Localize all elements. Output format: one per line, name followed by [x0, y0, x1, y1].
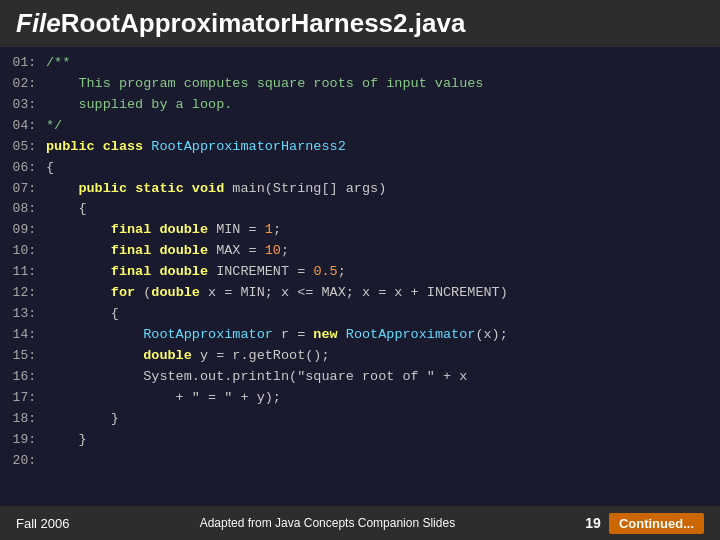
- code-line-01: 01: /**: [0, 53, 720, 74]
- line-num-10: 10:: [8, 241, 46, 261]
- line-content-12: for (double x = MIN; x <= MAX; x = x + I…: [46, 283, 508, 304]
- line-num-19: 19:: [8, 430, 46, 450]
- footer-attribution: Adapted from Java Concepts Companion Sli…: [69, 516, 585, 530]
- line-content-07: public static void main(String[] args): [46, 179, 386, 200]
- line-num-14: 14:: [8, 325, 46, 345]
- line-content-02: This program computes square roots of in…: [46, 74, 483, 95]
- line-num-04: 04:: [8, 116, 46, 136]
- line-num-03: 03:: [8, 95, 46, 115]
- line-num-08: 08:: [8, 199, 46, 219]
- code-line-15: 15: double y = r.getRoot();: [0, 346, 720, 367]
- code-line-09: 09: final double MIN = 1;: [0, 220, 720, 241]
- code-line-04: 04: */: [0, 116, 720, 137]
- line-content-13: {: [46, 304, 119, 325]
- code-line-02: 02: This program computes square roots o…: [0, 74, 720, 95]
- line-content-01: /**: [46, 53, 70, 74]
- title-bar: File RootApproximatorHarness2.java: [0, 0, 720, 47]
- code-line-13: 13: {: [0, 304, 720, 325]
- line-content-05: public class RootApproximatorHarness2: [46, 137, 346, 158]
- code-area: 01: /** 02: This program computes square…: [0, 47, 720, 477]
- title-filename: RootApproximatorHarness2.java: [61, 8, 466, 39]
- code-line-17: 17: + " = " + y);: [0, 388, 720, 409]
- line-num-11: 11:: [8, 262, 46, 282]
- line-content-17: + " = " + y);: [46, 388, 281, 409]
- line-num-13: 13:: [8, 304, 46, 324]
- code-line-11: 11: final double INCREMENT = 0.5;: [0, 262, 720, 283]
- line-content-15: double y = r.getRoot();: [46, 346, 330, 367]
- code-line-14: 14: RootApproximator r = new RootApproxi…: [0, 325, 720, 346]
- line-content-06: {: [46, 158, 54, 179]
- line-num-06: 06:: [8, 158, 46, 178]
- code-line-03: 03: supplied by a loop.: [0, 95, 720, 116]
- line-content-16: System.out.println("square root of " + x: [46, 367, 467, 388]
- line-num-12: 12:: [8, 283, 46, 303]
- line-num-09: 09:: [8, 220, 46, 240]
- line-content-10: final double MAX = 10;: [46, 241, 289, 262]
- line-content-14: RootApproximator r = new RootApproximato…: [46, 325, 508, 346]
- line-content-09: final double MIN = 1;: [46, 220, 281, 241]
- code-line-16: 16: System.out.println("square root of "…: [0, 367, 720, 388]
- line-num-15: 15:: [8, 346, 46, 366]
- line-num-07: 07:: [8, 179, 46, 199]
- line-num-18: 18:: [8, 409, 46, 429]
- line-num-16: 16:: [8, 367, 46, 387]
- title-file-label: File: [16, 8, 61, 39]
- footer-page-number: 19: [585, 515, 601, 531]
- code-line-20: 20:: [0, 451, 720, 471]
- footer-continued-button: Continued...: [609, 513, 704, 534]
- line-num-20: 20:: [8, 451, 46, 471]
- line-content-04: */: [46, 116, 62, 137]
- line-num-05: 05:: [8, 137, 46, 157]
- line-content-08: {: [46, 199, 87, 220]
- line-content-18: }: [46, 409, 119, 430]
- line-content-11: final double INCREMENT = 0.5;: [46, 262, 346, 283]
- footer: Fall 2006 Adapted from Java Concepts Com…: [0, 506, 720, 540]
- line-content-03: supplied by a loop.: [46, 95, 232, 116]
- line-num-17: 17:: [8, 388, 46, 408]
- code-line-10: 10: final double MAX = 10;: [0, 241, 720, 262]
- line-num-01: 01:: [8, 53, 46, 73]
- code-line-18: 18: }: [0, 409, 720, 430]
- code-line-19: 19: }: [0, 430, 720, 451]
- code-line-07: 07: public static void main(String[] arg…: [0, 179, 720, 200]
- line-num-02: 02:: [8, 74, 46, 94]
- code-line-06: 06: {: [0, 158, 720, 179]
- code-line-05: 05: public class RootApproximatorHarness…: [0, 137, 720, 158]
- line-content-19: }: [46, 430, 87, 451]
- code-line-12: 12: for (double x = MIN; x <= MAX; x = x…: [0, 283, 720, 304]
- code-line-08: 08: {: [0, 199, 720, 220]
- footer-semester: Fall 2006: [16, 516, 69, 531]
